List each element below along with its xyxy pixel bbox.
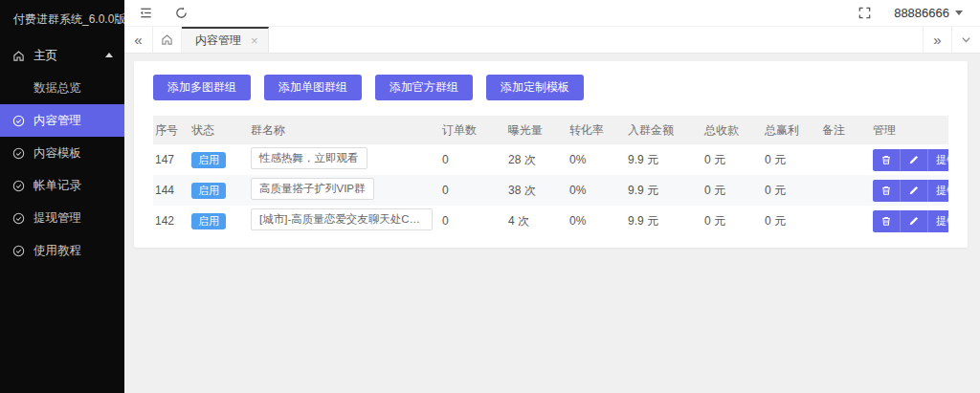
circle-check-icon [12, 212, 25, 225]
cell-profit: 0 元 [763, 206, 820, 236]
status-badge[interactable]: 启用 [191, 183, 226, 199]
sidebar-item-label: 帐单记录 [33, 178, 81, 194]
sidebar-item-home[interactable]: 主页 [0, 39, 124, 72]
circle-check-icon [12, 180, 25, 192]
cell-rate: 0% [568, 175, 626, 206]
close-icon[interactable]: × [251, 34, 258, 47]
circle-check-icon [12, 245, 25, 257]
col-header-profit: 总赢利 [763, 116, 820, 144]
tab-content-management[interactable]: 内容管理 × [182, 27, 269, 53]
row-actions: 提链 [873, 180, 948, 202]
sidebar-item-usage-tutorial[interactable]: 使用教程 [0, 234, 124, 267]
col-header-exposure: 曝光量 [506, 116, 568, 144]
main-area: 88886666 « 内容管理 × » 添加多图群组 添加单图群组 添加官方群组… [124, 0, 980, 393]
extract-link-button[interactable]: 提链 [927, 180, 948, 202]
cell-orders: 0 [440, 175, 506, 206]
username: 88886666 [894, 6, 949, 20]
chevron-up-icon [105, 53, 113, 57]
user-menu[interactable]: 88886666 [894, 6, 963, 20]
pencil-icon [908, 215, 920, 227]
cell-rate: 0% [568, 144, 626, 175]
status-badge[interactable]: 启用 [191, 213, 226, 229]
add-single-image-group-button[interactable]: 添加单图群组 [264, 75, 362, 100]
sidebar-item-label: 内容管理 [33, 113, 81, 129]
tab-label: 内容管理 [195, 33, 241, 49]
cell-amount: 9.9 元 [626, 175, 702, 206]
top-toolbar: 88886666 [124, 0, 980, 27]
col-header-manage: 管理 [871, 116, 948, 144]
col-header-remark: 备注 [820, 116, 871, 144]
table-header-row: 序号 状态 群名称 订单数 曝光量 转化率 入群金额 总收款 总赢利 备注 管理 [153, 116, 948, 144]
cell-orders: 0 [440, 144, 506, 175]
tabs-dropdown-button[interactable] [951, 27, 980, 53]
table-row: 147 启用 性感热舞，立即观看 0 28 次 0% 9.9 元 0 元 0 元 [153, 144, 948, 175]
row-actions: 提链 [873, 149, 948, 171]
trash-icon [880, 215, 892, 227]
cell-seq: 147 [153, 144, 189, 175]
refresh-icon[interactable] [173, 5, 189, 21]
sidebar-item-label: 内容模板 [33, 145, 81, 162]
circle-check-icon [12, 147, 25, 160]
add-custom-template-button[interactable]: 添加定制模板 [486, 75, 584, 100]
cell-remark [820, 175, 871, 206]
cell-received: 0 元 [702, 144, 763, 175]
cell-orders: 0 [440, 206, 506, 236]
cell-received: 0 元 [702, 206, 763, 236]
cell-seq: 142 [153, 206, 189, 236]
sidebar-item-data-overview[interactable]: 数据总览 [0, 72, 124, 104]
cell-amount: 9.9 元 [626, 144, 702, 175]
chevron-down-icon [960, 33, 972, 46]
cell-exposure: 38 次 [506, 175, 568, 206]
edit-button[interactable] [900, 210, 927, 232]
cell-remark [820, 206, 871, 236]
pencil-icon [908, 154, 920, 165]
sidebar-item-content-template[interactable]: 内容模板 [0, 137, 124, 169]
delete-button[interactable] [873, 180, 900, 202]
table-row: 142 启用 [城市]-高质量恋爱交友聊天处CP群 0 4 次 0% 9.9 元… [153, 206, 948, 236]
tabs-scroll-right-button[interactable]: » [923, 27, 951, 53]
tabs-scroll-left-button[interactable]: « [124, 27, 153, 53]
group-name-box[interactable]: [城市]-高质量恋爱交友聊天处CP群 [251, 208, 433, 230]
cell-amount: 9.9 元 [626, 206, 702, 236]
content-area: 添加多图群组 添加单图群组 添加官方群组 添加定制模板 序号 状态 群名称 订单… [124, 54, 980, 393]
content-card: 添加多图群组 添加单图群组 添加官方群组 添加定制模板 序号 状态 群名称 订单… [134, 61, 968, 248]
edit-button[interactable] [900, 149, 927, 171]
col-header-name: 群名称 [249, 116, 440, 144]
menu-fold-icon[interactable] [138, 5, 154, 21]
delete-button[interactable] [873, 210, 900, 232]
sidebar-item-withdrawal-management[interactable]: 提现管理 [0, 202, 124, 234]
tab-bar: « 内容管理 × » [124, 27, 980, 54]
home-icon [12, 50, 25, 62]
cell-received: 0 元 [702, 175, 763, 206]
table-row: 144 启用 高质量搭子扩列VIP群 0 38 次 0% 9.9 元 0 元 0… [153, 175, 948, 206]
sidebar-item-billing-records[interactable]: 帐单记录 [0, 169, 124, 202]
action-button-row: 添加多图群组 添加单图群组 添加官方群组 添加定制模板 [153, 75, 948, 100]
col-header-received: 总收款 [702, 116, 763, 144]
col-header-status: 状态 [189, 116, 249, 144]
sidebar-item-label: 提现管理 [33, 210, 81, 227]
delete-button[interactable] [873, 149, 900, 171]
fullscreen-icon[interactable] [857, 5, 873, 21]
col-header-rate: 转化率 [568, 116, 626, 144]
edit-button[interactable] [900, 180, 927, 202]
status-badge[interactable]: 启用 [191, 152, 226, 168]
circle-check-icon [12, 115, 25, 127]
trash-icon [880, 185, 892, 196]
sidebar-item-label: 主页 [33, 48, 57, 64]
group-table: 序号 状态 群名称 订单数 曝光量 转化率 入群金额 总收款 总赢利 备注 管理 [153, 116, 948, 236]
trash-icon [880, 154, 892, 165]
sidebar: 付费进群系统_6.0.0版 主页 数据总览 内容管理 内容模板 帐单记录 提现管… [0, 0, 124, 393]
pencil-icon [908, 185, 920, 196]
group-name-box[interactable]: 性感热舞，立即观看 [251, 147, 368, 169]
extract-link-button[interactable]: 提链 [927, 149, 948, 171]
extract-link-button[interactable]: 提链 [927, 210, 948, 232]
add-multi-image-group-button[interactable]: 添加多图群组 [153, 75, 251, 100]
cell-remark [820, 144, 871, 175]
tab-home-button[interactable] [153, 27, 182, 53]
sidebar-item-content-management[interactable]: 内容管理 [0, 104, 124, 137]
add-official-group-button[interactable]: 添加官方群组 [375, 75, 473, 100]
group-name-box[interactable]: 高质量搭子扩列VIP群 [251, 178, 374, 200]
chevron-down-icon [955, 11, 963, 15]
tab-spacer [269, 27, 923, 53]
home-icon [161, 33, 173, 46]
